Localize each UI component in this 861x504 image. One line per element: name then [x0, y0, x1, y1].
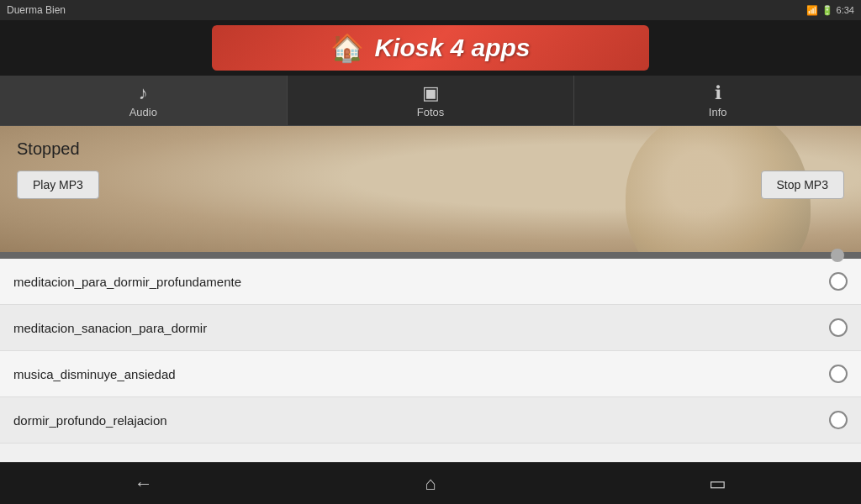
info-tab-label: Info — [709, 106, 727, 118]
status-bar: Duerma Bien 📶 🔋 6:34 — [0, 0, 861, 20]
track-radio-inner-0 — [835, 278, 842, 285]
banner: 🏠 Kiosk 4 apps — [0, 20, 861, 76]
track-radio-0[interactable] — [829, 272, 848, 291]
playback-status: Stopped — [17, 139, 844, 159]
track-item[interactable]: meditacion_para_dormir_profundamente — [0, 259, 861, 305]
track-item[interactable]: dormir_profundo_relajacion — [0, 397, 861, 444]
battery-icon: 🔋 — [821, 5, 833, 16]
audio-tab-icon: ♪ — [139, 82, 148, 104]
back-button[interactable]: ← — [119, 467, 169, 501]
track-item[interactable]: meditacion_sanacion_para_dormir — [0, 305, 861, 351]
stop-mp3-button[interactable]: Stop MP3 — [761, 171, 844, 199]
track-radio-inner-3 — [835, 417, 842, 423]
recents-icon: ▭ — [709, 473, 726, 495]
player-content: Stopped Play MP3 Stop MP3 — [0, 126, 861, 213]
main-content: Stopped Play MP3 Stop MP3 meditacion_par… — [0, 126, 861, 462]
tab-audio[interactable]: ♪ Audio — [0, 76, 288, 125]
banner-text: Kiosk 4 apps — [374, 34, 530, 62]
track-list: meditacion_para_dormir_profundamente med… — [0, 259, 861, 462]
fotos-tab-icon: ▣ — [422, 82, 440, 104]
progress-bar-container[interactable] — [0, 252, 861, 259]
track-name: musica_disminuye_ansiedad — [13, 367, 176, 381]
track-name: dormir_profundo_relajacion — [13, 413, 167, 428]
back-icon: ← — [135, 473, 153, 495]
bottom-navigation: ← ⌂ ▭ — [0, 462, 861, 504]
tab-info[interactable]: ℹ Info — [574, 76, 861, 125]
status-icons: 📶 🔋 6:34 — [806, 5, 854, 16]
banner-inner: 🏠 Kiosk 4 apps — [212, 25, 649, 71]
tab-bar: ♪ Audio ▣ Fotos ℹ Info — [0, 76, 861, 126]
tab-fotos[interactable]: ▣ Fotos — [288, 76, 575, 125]
clock: 6:34 — [837, 5, 854, 15]
info-tab-icon: ℹ — [715, 82, 721, 104]
banner-house-icon: 🏠 — [330, 32, 364, 64]
home-icon: ⌂ — [425, 473, 436, 495]
track-name: meditacion_sanacion_para_dormir — [13, 321, 207, 335]
track-radio-inner-1 — [835, 324, 842, 331]
wifi-icon: 📶 — [806, 5, 818, 16]
track-radio-2[interactable] — [829, 365, 848, 383]
audio-tab-label: Audio — [129, 106, 157, 118]
track-radio-1[interactable] — [829, 318, 848, 337]
track-name: meditacion_para_dormir_profundamente — [13, 275, 241, 289]
player-area: Stopped Play MP3 Stop MP3 — [0, 126, 861, 252]
track-item[interactable]: musica_disminuye_ansiedad — [0, 351, 861, 397]
home-button[interactable]: ⌂ — [405, 467, 456, 501]
fotos-tab-label: Fotos — [417, 106, 445, 118]
track-radio-inner-2 — [835, 370, 842, 377]
play-mp3-button[interactable]: Play MP3 — [17, 171, 99, 199]
recents-button[interactable]: ▭ — [692, 467, 742, 501]
app-title: Duerma Bien — [7, 4, 66, 16]
player-controls: Play MP3 Stop MP3 — [17, 171, 844, 199]
track-radio-3[interactable] — [829, 411, 848, 429]
progress-thumb — [831, 249, 844, 262]
